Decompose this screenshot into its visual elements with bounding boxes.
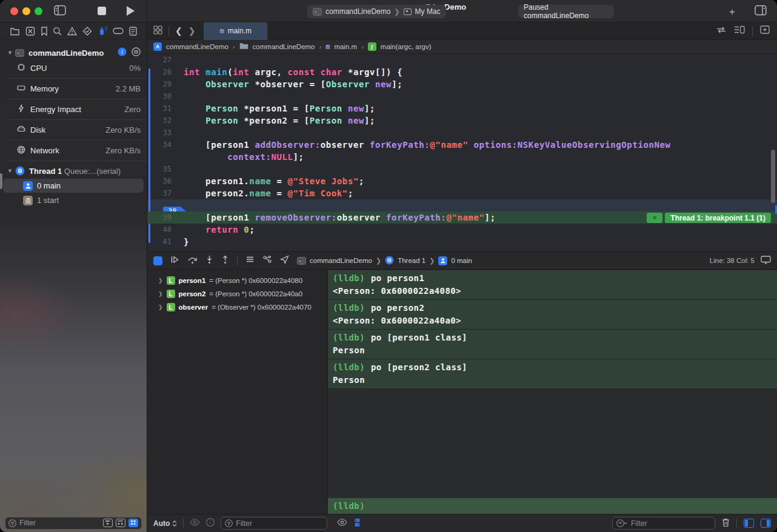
debug-view-hierarchy-icon[interactable] (245, 255, 255, 266)
source-control-navigator-icon[interactable] (25, 27, 35, 36)
breakpoint-navigator-icon[interactable] (113, 27, 124, 35)
variables-scope-selector[interactable]: Auto (153, 519, 177, 528)
test-navigator-icon[interactable] (82, 27, 92, 36)
code-line[interactable]: 29 Observer *observer = [Observer new]; (147, 78, 777, 90)
line-number[interactable]: 32 (147, 115, 176, 127)
display-icon[interactable] (761, 256, 771, 265)
gauge-row-disk[interactable]: Disk Zero KB/s (0, 122, 147, 138)
jumpbar-item-symbol[interactable]: main(argc, argv) (381, 43, 432, 50)
disclosure-chevron-icon[interactable]: ▼ (7, 50, 15, 56)
step-over-icon[interactable] (187, 255, 198, 267)
step-into-icon[interactable] (205, 255, 213, 267)
code-line[interactable]: 35 (147, 163, 777, 175)
editor-scrollbar[interactable] (771, 150, 775, 203)
memory-graph-icon[interactable] (262, 255, 272, 266)
tab-overview-icon[interactable] (153, 25, 162, 37)
disclosure-chevron-icon[interactable]: ❯ (158, 304, 163, 310)
crumb-process[interactable]: commandLineDemo (310, 257, 372, 264)
disclosure-chevron-icon[interactable]: ❯ (158, 291, 163, 297)
jumpbar-item-group[interactable]: commandLineDemo (253, 43, 315, 50)
gauge-row-cpu[interactable]: CPU 0% (0, 61, 147, 76)
navigator-filter-input[interactable]: Filter (5, 517, 142, 530)
disclosure-chevron-icon[interactable]: ❯ (158, 278, 163, 284)
variable-row[interactable]: ❯ L person1 = (Person *) 0x6000022a4080 (147, 274, 327, 287)
info-circle-icon[interactable]: i (206, 518, 215, 528)
code-line[interactable]: 31 Person *person1 = [Person new]; (147, 102, 777, 115)
report-navigator-icon[interactable] (129, 27, 137, 36)
breakpoints-toggle-button[interactable] (153, 256, 162, 265)
breakpoint-actions-icon[interactable]: ≡ (647, 213, 662, 223)
line-number[interactable]: 34 (147, 139, 176, 151)
gauge-row-network[interactable]: Network Zero KB/s (0, 143, 147, 158)
find-navigator-icon[interactable] (53, 27, 62, 36)
scheme-selector[interactable]: >_ commandLineDemo ❯ My Mac (307, 5, 446, 18)
code-line[interactable]: 28int main(int argc, const char *argv[])… (147, 66, 777, 78)
console-eye-icon[interactable] (337, 519, 347, 528)
line-number[interactable]: 30 (147, 90, 176, 102)
minimize-window-button[interactable] (22, 7, 30, 15)
code-line[interactable]: 30 (147, 90, 777, 102)
source-editor[interactable]: 2728int main(int argc, const char *argv[… (147, 54, 777, 251)
toggle-inspector-icon[interactable] (755, 5, 767, 18)
stop-button[interactable] (98, 7, 106, 15)
project-navigator-icon[interactable] (10, 27, 20, 36)
line-number[interactable]: 28 (147, 66, 176, 78)
tab-main-m[interactable]: m main.m (204, 22, 267, 40)
go-forward-icon[interactable]: ❯ (188, 26, 196, 36)
issue-navigator-icon[interactable] (67, 27, 77, 36)
sidebar-drag-handle[interactable] (0, 173, 2, 189)
code-line[interactable]: 37 person2.name = @"Tim Cook"; (147, 187, 777, 199)
console-prompt-input[interactable]: (lldb) (328, 498, 777, 514)
filter-paused-threads-button[interactable] (128, 519, 138, 527)
line-number[interactable]: 36 (147, 175, 176, 187)
zoom-window-button[interactable] (35, 7, 42, 15)
code-line[interactable]: 27 (147, 54, 777, 66)
toggle-console-view-button[interactable] (761, 519, 771, 528)
console-io-toggle-icon[interactable] (353, 518, 361, 529)
simulate-location-icon[interactable] (280, 255, 289, 267)
editor-options-icon[interactable] (734, 25, 745, 36)
show-only-run-eye-icon[interactable] (190, 519, 200, 528)
line-number[interactable]: 31 (147, 102, 176, 115)
line-number[interactable]: 35 (147, 163, 176, 175)
debug-navigator-icon[interactable] (98, 26, 108, 36)
console-filter-input[interactable]: Filter (612, 517, 715, 530)
lldb-console[interactable]: (lldb)po person1 <Person: 0x6000022a4080… (328, 270, 777, 514)
code-line[interactable]: 32 Person *person2 = [Person new]; (147, 115, 777, 127)
filter-threads-button[interactable] (116, 519, 125, 527)
stack-frame-start[interactable]: 1 start (0, 193, 147, 207)
jumpbar-item-file[interactable]: main.m (334, 43, 357, 50)
step-out-icon[interactable] (221, 255, 229, 267)
code-line[interactable]: 36 person1.name = @"Steve Jobs"; (147, 175, 777, 187)
run-button[interactable] (127, 6, 135, 16)
variable-row[interactable]: ❯ L observer = (Observer *) 0x6000022a40… (147, 301, 327, 314)
go-back-icon[interactable]: ❮ (175, 26, 182, 36)
jumpbar-item-project[interactable]: commandLineDemo (166, 43, 228, 50)
clear-console-trash-icon[interactable] (722, 518, 730, 529)
console-scroll-area[interactable] (328, 389, 777, 498)
line-number[interactable]: 29 (147, 78, 176, 90)
crumb-frame[interactable]: 0 main (451, 257, 472, 264)
continue-execution-icon[interactable] (170, 255, 179, 267)
variable-row[interactable]: ❯ L person2 = (Person *) 0x6000022a40a0 (147, 287, 327, 301)
code-line[interactable]: 39 [person1 removeObserver:observer forK… (147, 211, 777, 224)
disclosure-chevron-icon[interactable]: ▼ (7, 168, 15, 174)
line-number[interactable]: 37 (147, 187, 176, 199)
crumb-thread[interactable]: Thread 1 (398, 257, 425, 264)
threads-view-toggle-icon[interactable] (132, 47, 141, 58)
code-line[interactable]: 34 [person1 addObserver:observer forKeyP… (147, 139, 777, 151)
gauge-row-energy[interactable]: Energy Impact Zero (0, 102, 147, 117)
gauge-row-memory[interactable]: Memory 2.2 MB (0, 81, 147, 96)
stack-frame-main[interactable]: 0 main (3, 179, 144, 193)
add-editor-icon[interactable] (760, 25, 770, 36)
line-number[interactable]: 39 (147, 211, 176, 224)
code-line[interactable]: 40 return 0; (147, 224, 777, 236)
destination-name[interactable]: My Mac (415, 7, 441, 16)
line-number[interactable]: 40 (147, 224, 176, 236)
line-number[interactable]: 41 (147, 236, 176, 248)
code-line[interactable]: 33 (147, 127, 777, 139)
thread-breakpoint-badge[interactable]: Thread 1: breakpoint 1.1 (1) (665, 213, 771, 223)
info-icon[interactable]: i (118, 47, 127, 58)
filter-gauges-button[interactable] (103, 519, 113, 527)
code-review-icon[interactable] (716, 25, 727, 36)
